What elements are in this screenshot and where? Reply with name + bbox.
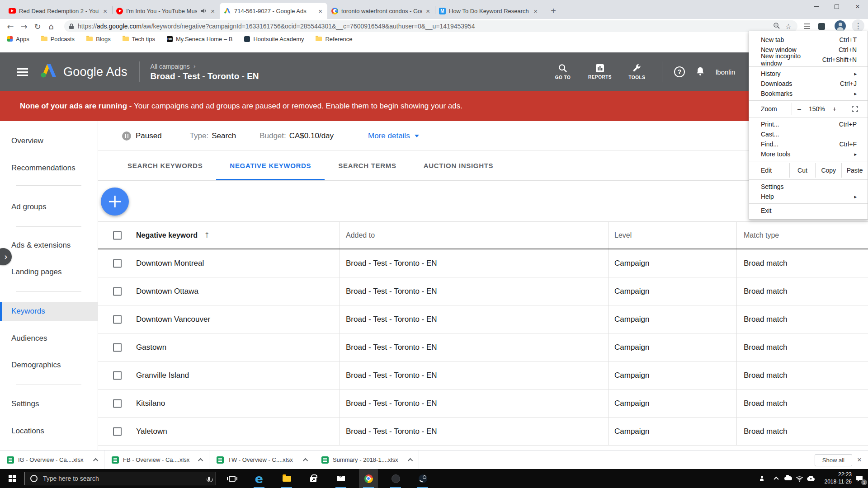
download-item[interactable]: TW - Overview - C....xlsx — [210, 450, 314, 469]
back-button[interactable]: ← — [4, 20, 17, 33]
home-button[interactable]: ⌂ — [44, 20, 58, 33]
wifi-tray-icon[interactable] — [794, 469, 805, 488]
tools-button[interactable]: TOOLS — [624, 64, 650, 80]
forward-button[interactable]: → — [17, 20, 31, 33]
sidebar-item-audiences[interactable]: Audiences — [0, 329, 98, 347]
sidebar-item-recommendations[interactable]: Recommendations — [0, 159, 98, 177]
menu-item-cut[interactable]: Cut — [789, 163, 816, 178]
menu-item-new-incognito-window[interactable]: New incognito windowCtrl+Shift+N — [749, 55, 868, 65]
task-view-button[interactable] — [222, 469, 241, 488]
download-item[interactable]: FB - Overview - Ca....xlsx — [105, 450, 209, 469]
table-row[interactable]: Gastown Broad - Test - Toronto - EN Camp… — [98, 333, 868, 361]
row-checkbox[interactable] — [113, 399, 122, 408]
tab-moz[interactable]: M How To Do Keyword Research - T × — [435, 3, 542, 19]
breadcrumb[interactable]: All campaigns› — [151, 63, 259, 70]
menu-item-exit[interactable]: Exit — [749, 206, 868, 216]
tab-youtube-music[interactable]: I'm Into You - YouTube Musi × — [112, 3, 220, 19]
download-menu-chevron-icon[interactable] — [303, 458, 308, 463]
column-header-negative-keyword[interactable]: Negative keyword↑ — [136, 222, 210, 249]
row-checkbox[interactable] — [113, 259, 122, 267]
address-bar[interactable]: https://ads.google.com/aw/keywords/negat… — [64, 20, 797, 32]
show-hidden-icons-button[interactable] — [771, 469, 781, 488]
bookmark-star-icon[interactable]: ☆ — [784, 22, 793, 31]
tab-google-ads-active[interactable]: 714-561-9027 - Google Ads × — [220, 3, 327, 19]
menu-item-settings[interactable]: Settings — [749, 182, 868, 192]
taskbar-microsoft-store[interactable] — [304, 469, 323, 488]
menu-item-print[interactable]: Print...Ctrl+P — [749, 119, 868, 129]
bookmark-folder-blogs[interactable]: Blogs — [86, 36, 111, 42]
action-center-button[interactable]: 1 — [853, 469, 866, 488]
tab-youtube[interactable]: Red Dead Redemption 2 - YouTu × — [5, 3, 112, 19]
table-row[interactable]: Downtown Ottawa Broad - Test - Toronto -… — [98, 277, 868, 305]
column-header-level[interactable]: Level — [614, 222, 632, 249]
sidebar-item-landing-pages[interactable]: Landing pages — [0, 263, 98, 281]
row-checkbox[interactable] — [113, 315, 122, 324]
menu-item-history[interactable]: History▸ — [749, 69, 868, 79]
table-row[interactable]: Downtown Vancouver Broad - Test - Toront… — [98, 305, 868, 333]
page-zoom-icon[interactable] — [773, 22, 780, 31]
new-tab-button[interactable]: + — [547, 5, 560, 17]
zoom-out-button[interactable]: – — [797, 105, 801, 113]
microphone-icon[interactable] — [208, 477, 210, 481]
bookmark-folder-reference[interactable]: Reference — [316, 36, 352, 42]
bookmark-folder-tech-tips[interactable]: Tech tips — [123, 36, 155, 42]
more-details-button[interactable]: More details — [368, 131, 419, 141]
taskbar-edge[interactable]: e — [250, 469, 269, 488]
profile-avatar[interactable] — [835, 20, 846, 32]
menu-item-help[interactable]: Help▸ — [749, 192, 868, 202]
menu-item-more-tools[interactable]: More tools▸ — [749, 149, 868, 159]
zoom-in-button[interactable]: + — [833, 105, 836, 113]
tab-search-keywords[interactable]: SEARCH KEYWORDS — [114, 151, 216, 180]
column-header-added-to[interactable]: Added to — [346, 222, 375, 249]
tab-search-terms[interactable]: SEARCH TERMS — [325, 151, 410, 180]
taskbar-search-box[interactable]: Type here to search — [24, 472, 216, 485]
help-button[interactable]: ? — [674, 66, 685, 77]
onedrive-tray-icon[interactable] — [782, 469, 794, 488]
tab-negative-keywords[interactable]: NEGATIVE KEYWORDS — [216, 151, 325, 180]
close-shelf-icon[interactable]: × — [854, 454, 865, 466]
maximize-button[interactable] — [826, 0, 847, 14]
tab-close-icon[interactable]: × — [102, 7, 108, 15]
sidebar-item-demographics[interactable]: Demographics — [0, 356, 98, 374]
tab-close-icon[interactable]: × — [317, 7, 323, 15]
menu-item-bookmarks[interactable]: Bookmarks▸ — [749, 89, 868, 99]
add-negative-keyword-button[interactable] — [101, 188, 129, 216]
table-row[interactable]: Yaletown Broad - Test - Toronto - EN Cam… — [98, 418, 868, 446]
row-checkbox[interactable] — [113, 371, 122, 380]
menu-item-copy[interactable]: Copy — [815, 163, 841, 178]
google-ads-logo-icon[interactable] — [40, 63, 58, 80]
fullscreen-button[interactable] — [842, 103, 868, 115]
sidebar-item-ad-groups[interactable]: Ad groups — [0, 198, 98, 216]
menu-item-paste[interactable]: Paste — [841, 163, 868, 178]
menu-item-find[interactable]: Find...Ctrl+F — [749, 139, 868, 149]
download-item[interactable]: Summary - 2018-1....xlsx — [315, 450, 419, 469]
reports-button[interactable]: REPORTS — [587, 64, 613, 80]
row-checkbox[interactable] — [113, 427, 122, 436]
sidebar-item-overview[interactable]: Overview — [0, 132, 98, 150]
download-item[interactable]: IG - Overview - Ca....xlsx — [0, 450, 104, 469]
tab-close-icon[interactable]: × — [210, 7, 216, 15]
taskbar-file-explorer[interactable] — [277, 469, 296, 488]
goto-button[interactable]: GO TO — [550, 64, 576, 80]
taskbar-chrome-active[interactable] — [359, 469, 378, 488]
row-checkbox[interactable] — [113, 287, 122, 296]
people-button[interactable] — [756, 469, 768, 488]
sidebar-item-keywords[interactable]: Keywords — [0, 302, 98, 321]
sidebar-item-settings[interactable]: Settings — [0, 395, 98, 413]
download-menu-chevron-icon[interactable] — [408, 458, 413, 463]
reload-button[interactable]: ↻ — [31, 20, 44, 33]
menu-item-downloads[interactable]: DownloadsCtrl+J — [749, 79, 868, 89]
tab-audio-icon[interactable] — [200, 8, 207, 14]
bookmark-hootsuite[interactable]: Hootsuite Academy — [244, 36, 304, 42]
tab-auction-insights[interactable]: AUCTION INSIGHTS — [410, 151, 507, 180]
menu-item-cast[interactable]: Cast... — [749, 129, 868, 139]
tab-google-search[interactable]: toronto waterfront condos - Goo × — [327, 3, 435, 19]
bookmark-folder-podcasts[interactable]: Podcasts — [41, 36, 75, 42]
select-all-checkbox[interactable] — [113, 231, 122, 239]
taskbar-app-dark[interactable] — [386, 469, 405, 488]
account-name[interactable]: lbonlin — [716, 68, 735, 76]
start-button[interactable] — [3, 469, 22, 488]
sidebar-item-locations[interactable]: Locations — [0, 422, 98, 440]
column-header-match-type[interactable]: Match type — [744, 222, 779, 249]
taskbar-mail[interactable] — [331, 469, 350, 488]
